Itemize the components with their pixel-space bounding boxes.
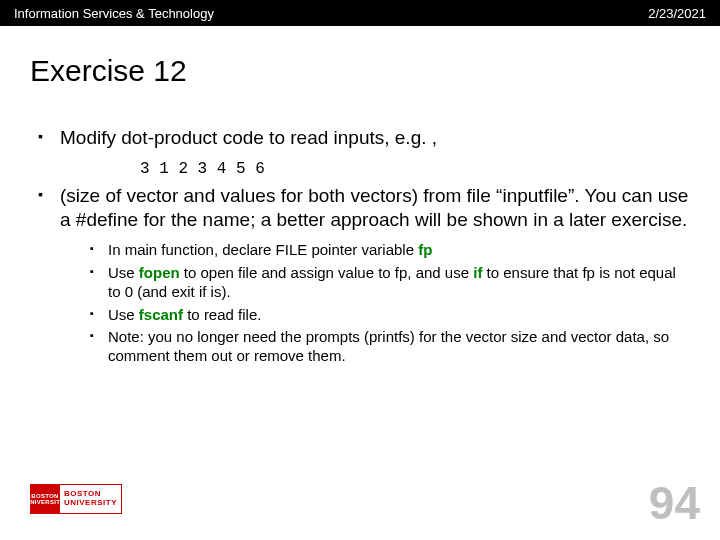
header-org: Information Services & Technology xyxy=(14,6,214,21)
sub3-b: to read file. xyxy=(183,306,261,323)
sub2-kw2: if xyxy=(473,264,482,281)
sub2-b: to open file and assign value to fp, and… xyxy=(180,264,474,281)
bu-logo-t2: UNIVERSITY xyxy=(64,499,121,508)
subbullet-3: Use fscanf to read file. xyxy=(88,306,680,325)
subbullet-1: In main function, declare FILE pointer v… xyxy=(88,241,680,260)
slide-content: Modify dot-product code to read inputs, … xyxy=(0,98,720,366)
bullet-1-text: Modify dot-product code to read inputs, … xyxy=(60,127,437,148)
sub3-a: Use xyxy=(108,306,139,323)
header-date: 2/23/2021 xyxy=(648,6,706,21)
code-sample: 3 1 2 3 4 5 6 xyxy=(30,156,690,184)
page-number: 94 xyxy=(649,476,700,530)
bu-logo-text: BOSTON UNIVERSITY xyxy=(60,484,122,514)
bullet-1: Modify dot-product code to read inputs, … xyxy=(30,126,690,150)
slide-title: Exercise 12 xyxy=(0,26,720,98)
bu-logo: BOSTON UNIVERSITY BOSTON UNIVERSITY xyxy=(30,484,122,514)
subbullet-4: Note: you no longer need the prompts (pr… xyxy=(88,328,680,366)
sub3-kw: fscanf xyxy=(139,306,183,323)
header-bar: Information Services & Technology 2/23/2… xyxy=(0,0,720,26)
sub1-a: In main function, declare FILE pointer v… xyxy=(108,241,418,258)
sub1-kw: fp xyxy=(418,241,432,258)
bu-logo-l2: UNIVERSITY xyxy=(26,499,65,505)
subbullet-2: Use fopen to open file and assign value … xyxy=(88,264,680,302)
bullet-2: (size of vector and values for both vect… xyxy=(30,184,690,366)
sub2-a: Use xyxy=(108,264,139,281)
bu-logo-mark: BOSTON UNIVERSITY xyxy=(30,484,60,514)
sub2-kw1: fopen xyxy=(139,264,180,281)
bullet-2-text: (size of vector and values for both vect… xyxy=(60,185,688,230)
